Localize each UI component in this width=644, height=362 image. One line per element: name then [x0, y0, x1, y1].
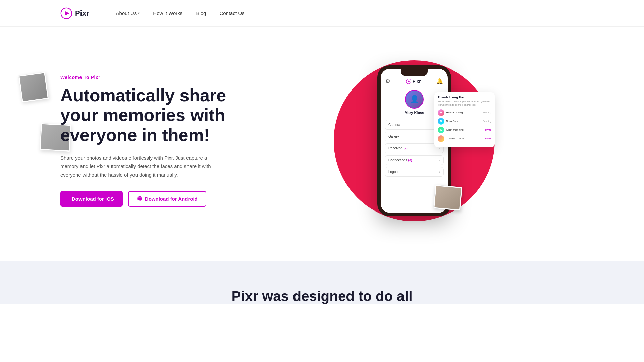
menu-item-logout: Logout ›: [385, 167, 444, 177]
nav-label-blog: Blog: [196, 10, 206, 16]
logo-link[interactable]: Pixr: [60, 7, 89, 19]
floating-photo-bottom: [433, 185, 462, 211]
nav-link-about[interactable]: About Us ▾: [116, 10, 140, 16]
download-ios-button[interactable]: Download for iOS: [60, 191, 123, 207]
nav-item-contact[interactable]: Contact Us: [219, 10, 244, 16]
floating-photo-1: [18, 72, 49, 102]
friend-name-3: Karin Manning: [446, 128, 464, 131]
friend-status-2: Pending: [483, 120, 491, 122]
ios-button-label: Download for iOS: [72, 196, 114, 202]
avatar-person-icon: 👤: [410, 95, 419, 104]
download-android-button[interactable]: Download for Android: [128, 191, 206, 207]
brand-name: Pixr: [75, 9, 89, 18]
friends-panel-title: Friends Using Pixr: [438, 96, 491, 99]
hero-title-line3: everyone in them!: [60, 125, 210, 145]
hero-content: Welcome To Pixr Automatically share your…: [60, 75, 245, 207]
chevron-right-icon: ›: [439, 159, 440, 162]
android-button-label: Download for Android: [145, 196, 198, 202]
nav-links: About Us ▾ How it Works Blog Contact Us: [116, 10, 245, 16]
friend-avatar-3: K: [438, 127, 444, 133]
friends-panel-subtitle: We found Pixr users in your contacts. Do…: [438, 100, 491, 107]
friend-avatar-4: T: [438, 135, 444, 142]
friend-status-3[interactable]: Invite: [485, 129, 491, 131]
friend-row-1: H Hannah Craig Pending: [438, 109, 491, 116]
friend-name-1: Hannah Craig: [446, 111, 463, 114]
bottom-section: Pixr was designed to do all: [0, 261, 644, 304]
hero-phone-area: ⚙ Pixr 🔔 👤: [245, 65, 584, 216]
nav-item-how[interactable]: How it Works: [153, 10, 182, 16]
phone-app-name: Pixr: [413, 79, 421, 84]
nav-label-about: About Us: [116, 10, 137, 16]
hero-description: Share your photos and videos effortlessl…: [60, 154, 221, 179]
navbar: Pixr About Us ▾ How it Works Blog Contac…: [0, 0, 644, 27]
friends-panel: Friends Using Pixr We found Pixr users i…: [434, 92, 495, 147]
menu-item-connections: Connections (3) ›: [385, 155, 444, 165]
svg-marker-1: [65, 11, 69, 15]
nav-link-how[interactable]: How it Works: [153, 10, 182, 16]
phone-mockup: ⚙ Pixr 🔔 👤: [377, 65, 451, 216]
friend-avatar-1: H: [438, 109, 444, 116]
hero-section: Welcome To Pixr Automatically share your…: [0, 27, 644, 261]
welcome-tag: Welcome To Pixr: [60, 75, 245, 80]
friend-name-4: Thomas Clarke: [446, 137, 464, 140]
logo-icon: [60, 7, 72, 19]
hero-buttons: Download for iOS Download for Android: [60, 191, 245, 207]
nav-label-how: How it Works: [153, 10, 182, 16]
nav-item-blog[interactable]: Blog: [196, 10, 206, 16]
nav-link-blog[interactable]: Blog: [196, 10, 206, 16]
android-icon: [137, 196, 142, 202]
hero-title-line2: your memories with: [60, 105, 225, 125]
bell-icon: 🔔: [436, 78, 443, 84]
friend-status-4[interactable]: Invite: [485, 137, 491, 140]
svg-marker-3: [408, 80, 410, 82]
phone-app-icon: [406, 79, 411, 84]
bottom-title: Pixr was designed to do all: [60, 288, 584, 304]
friend-row-2: N Nora Cruz Pending: [438, 118, 491, 125]
friend-status-1: Pending: [483, 111, 491, 114]
hero-title-line1: Automatically share: [60, 85, 226, 105]
friend-avatar-2: N: [438, 118, 444, 125]
nav-item-about[interactable]: About Us ▾: [116, 10, 140, 16]
friend-row-4: T Thomas Clarke Invite: [438, 135, 491, 142]
phone-notch: [401, 69, 428, 76]
phone-username: Mary Kloss: [405, 111, 424, 115]
phone-avatar: 👤: [405, 90, 424, 109]
nav-label-contact: Contact Us: [219, 10, 244, 16]
friend-row-3: K Karin Manning Invite: [438, 127, 491, 133]
hero-title: Automatically share your memories with e…: [60, 85, 245, 145]
chevron-right-icon: ›: [439, 170, 440, 174]
chevron-down-icon: ▾: [138, 11, 140, 15]
phone-logo: Pixr: [406, 79, 421, 84]
friend-name-2: Nora Cruz: [446, 120, 458, 123]
nav-link-contact[interactable]: Contact Us: [219, 10, 244, 16]
settings-icon: ⚙: [385, 78, 390, 84]
